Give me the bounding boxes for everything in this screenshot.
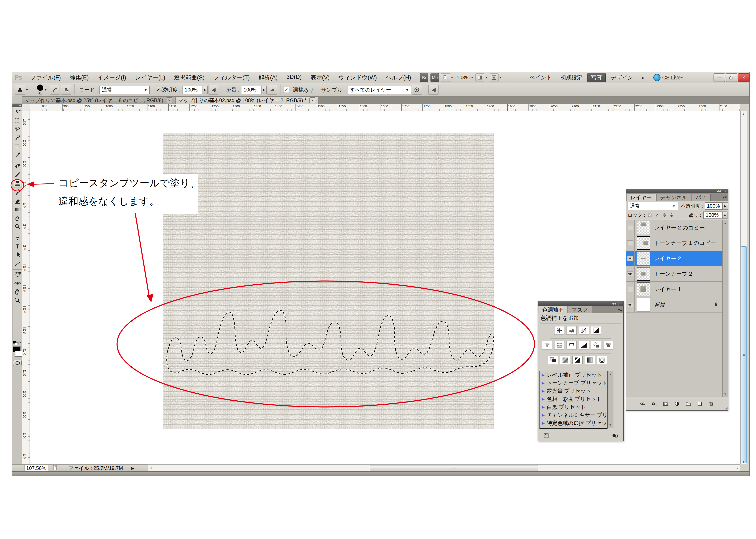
menu-item-10[interactable]: ヘルプ(H) <box>381 74 416 81</box>
eye-empty[interactable] <box>627 287 633 292</box>
minimize-button[interactable]: — <box>714 73 725 82</box>
layer-thumbnail[interactable] <box>637 221 650 234</box>
bridge-button[interactable]: Br <box>420 73 428 82</box>
scroll-left-icon[interactable]: ◄ <box>148 465 153 471</box>
healing-brush-tool[interactable] <box>13 162 22 170</box>
hue-saturation-adjustment-icon[interactable] <box>554 341 564 349</box>
menu-item-9[interactable]: ウィンドウ(W) <box>334 74 381 81</box>
zoom-tool[interactable] <box>13 296 22 305</box>
hand-tool[interactable] <box>13 287 22 296</box>
line-tool[interactable] <box>13 260 22 268</box>
eraser-tool[interactable] <box>13 197 22 205</box>
black-white-adjustment-icon[interactable] <box>579 341 589 349</box>
workspace-2[interactable]: 写真 <box>587 73 606 82</box>
preset-row-3[interactable]: ▶色相・彩度 プリセット <box>540 395 607 403</box>
scroll-down-icon[interactable]: ▼ <box>607 422 613 428</box>
type-tool[interactable]: T <box>13 242 22 251</box>
new-group-icon[interactable] <box>685 401 691 408</box>
lock-position-icon[interactable] <box>661 212 667 218</box>
preset-scrollbar[interactable]: ▲ ▼ <box>607 371 613 428</box>
close-button[interactable]: × <box>738 73 749 82</box>
zoom-level-button[interactable]: 108% <box>455 75 471 81</box>
layer-opacity-field[interactable]: 100% <box>705 202 722 210</box>
screen-mode-icon[interactable] <box>490 73 499 82</box>
preset-row-5[interactable]: ▶チャンネルミキサー プリセット <box>540 411 607 419</box>
collapse-icon[interactable]: ◀◀ <box>717 190 721 193</box>
workspace-1[interactable]: 初期設定 <box>557 73 586 82</box>
menu-item-1[interactable]: 編集(E) <box>65 74 93 81</box>
chevron-down-icon[interactable]: ▾ <box>45 88 47 92</box>
scroll-right-icon[interactable]: ► <box>735 465 740 471</box>
gradient-map-adjustment-icon[interactable] <box>585 356 595 364</box>
marquee-tool[interactable] <box>13 116 22 125</box>
layers-scrollbar[interactable]: ▲ ▼ <box>722 220 728 397</box>
restore-button[interactable] <box>726 73 737 82</box>
toggle-clone-source-panel-icon[interactable] <box>61 85 71 95</box>
opacity-field[interactable]: 100% <box>182 86 202 94</box>
view-extras-icon[interactable] <box>441 73 450 82</box>
adjustments-panel-header[interactable]: ◀◀ × <box>538 301 623 306</box>
clone-stamp-preset-icon[interactable] <box>15 85 25 95</box>
mini-bridge-button[interactable]: Mb <box>431 73 439 82</box>
layer-thumbnail[interactable] <box>637 252 650 265</box>
menu-item-0[interactable]: ファイル(F) <box>26 74 65 81</box>
workspace-more-button[interactable]: » <box>638 74 648 82</box>
color-balance-adjustment-icon[interactable] <box>567 341 577 349</box>
layer-opacity-spinner[interactable]: ▶ <box>723 202 728 210</box>
preset-row-1[interactable]: ▶トーンカーブ プリセット <box>540 379 607 387</box>
preset-row-6[interactable]: ▶特定色域の選択 プリセット <box>540 419 607 427</box>
threshold-adjustment-icon[interactable] <box>573 356 583 364</box>
layer-row-0[interactable]: レイヤー 2 のコピー <box>626 220 722 235</box>
adjustments-tab-1[interactable]: マスク <box>568 306 592 313</box>
ignore-adjustment-layers-icon[interactable] <box>412 85 422 95</box>
invert-adjustment-icon[interactable] <box>548 356 558 364</box>
layer-row-2[interactable]: レイヤー 2 <box>626 251 722 266</box>
expand-triangle-icon[interactable]: ▶ <box>542 397 545 402</box>
layer-fill-spinner[interactable]: ▶ <box>722 211 727 219</box>
layers-tab-2[interactable]: パス <box>692 194 711 201</box>
tablet-size-icon[interactable] <box>428 85 439 95</box>
adjustments-tab-0[interactable]: 色調補正 <box>538 306 567 313</box>
horizontal-scroll-thumb[interactable]: ≡≡ <box>370 465 538 471</box>
background-color-swatch[interactable] <box>15 351 22 357</box>
sample-select[interactable]: すべてのレイヤー▼ <box>347 86 411 94</box>
close-icon[interactable]: × <box>618 302 622 306</box>
horizontal-ruler[interactable]: 8509009501000105011001150120012501300135… <box>30 104 740 111</box>
curves-adjustment-icon[interactable] <box>579 326 589 335</box>
gradient-tool[interactable] <box>13 205 22 214</box>
new-layer-icon[interactable] <box>697 401 703 408</box>
vertical-scroll-thumb[interactable]: ≡ <box>741 246 747 463</box>
quick-selection-tool[interactable] <box>13 133 22 142</box>
flow-spinner[interactable]: ▶ <box>261 86 267 94</box>
link-layers-icon[interactable] <box>640 401 646 408</box>
cs-live-button[interactable]: CS Live ▾ <box>653 74 685 81</box>
horizontal-scrollbar[interactable]: ◄ ≡≡ ► <box>148 464 740 471</box>
eye-icon[interactable] <box>627 271 633 276</box>
toggle-visibility-icon[interactable] <box>612 433 618 439</box>
switch-panel-view-icon[interactable] <box>543 433 549 439</box>
blend-mode-select[interactable]: 通常▼ <box>100 86 150 94</box>
flow-field[interactable]: 100% <box>241 86 261 94</box>
toggle-brush-panel-icon[interactable] <box>50 85 60 95</box>
chevron-down-icon[interactable]: ▾ <box>26 88 28 92</box>
scroll-up-icon[interactable]: ▲ <box>607 371 613 377</box>
tab-close-icon[interactable]: × <box>166 97 172 103</box>
layer-row-1[interactable]: トーンカーブ 1 のコピー <box>626 235 722 251</box>
preset-row-4[interactable]: ▶白黒 プリセット <box>540 403 607 411</box>
expand-triangle-icon[interactable]: ▶ <box>542 389 545 393</box>
menu-item-6[interactable]: 解析(A) <box>254 74 282 81</box>
chevron-down-icon[interactable]: ▾ <box>451 76 453 79</box>
vertical-scrollbar[interactable]: ▲ ≡ ▼ <box>740 111 747 464</box>
layer-row-3[interactable]: トーンカーブ 2 <box>626 266 722 282</box>
eye-icon[interactable] <box>627 302 633 307</box>
panel-resize-grip[interactable]: ◢ <box>725 406 727 410</box>
preset-row-0[interactable]: ▶レベル補正 プリセット <box>540 371 607 379</box>
layers-panel-header[interactable]: ◀◀ × <box>626 189 728 193</box>
tablet-opacity-icon[interactable] <box>208 85 218 95</box>
brightness-contrast-adjustment-icon[interactable] <box>554 326 564 335</box>
preset-row-2[interactable]: ▶露光量 プリセット <box>540 387 607 395</box>
aligned-checkbox[interactable]: ✓ <box>283 87 289 93</box>
arrange-documents-icon[interactable] <box>475 73 484 82</box>
scroll-down-icon[interactable]: ▼ <box>722 391 728 397</box>
channel-mixer-adjustment-icon[interactable] <box>603 341 613 349</box>
